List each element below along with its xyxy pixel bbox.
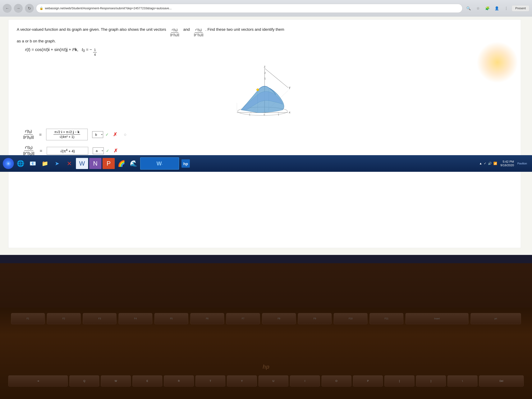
browser-actions: 🔍 ☆ 🧩 👤 ⋮ Present bbox=[465, 4, 529, 12]
main-keys-row: ⇥ Q W E R T Y U I O P [ ] \ Del bbox=[8, 374, 524, 388]
keyboard-area: F1 F2 F3 F4 F5 F6 F7 F8 F9 F10 F11 Inser… bbox=[0, 308, 532, 399]
problem-outro: . Find these two unit vectors and identi… bbox=[205, 27, 284, 32]
taskbar-chrome[interactable]: 🌈 bbox=[116, 158, 127, 169]
star-icon-btn[interactable]: ☆ bbox=[474, 4, 482, 12]
answer1-dropdown-row: b a ✓ bbox=[92, 131, 109, 138]
taskbar-explorer[interactable]: 📁 bbox=[39, 158, 51, 169]
fraction1-top: r′(t0) bbox=[171, 28, 178, 33]
answer1-label: r′(t0) ||r′(t0)|| bbox=[22, 129, 35, 140]
t0-fraction: 1 4 bbox=[93, 48, 97, 57]
answer2-check-button[interactable]: ✓ bbox=[106, 149, 109, 153]
key-backslash[interactable]: \ bbox=[448, 375, 477, 386]
answer1-circle: ○ bbox=[124, 132, 127, 137]
key-f2[interactable]: F2 bbox=[47, 313, 81, 324]
key-bracket-l[interactable]: [ bbox=[385, 375, 414, 386]
taskbar-ie[interactable]: 🌐 bbox=[15, 158, 26, 169]
trackpad-hp: hp bbox=[259, 362, 273, 371]
taskbar-ppt[interactable]: P bbox=[102, 158, 115, 169]
extensions-icon-btn[interactable]: 🧩 bbox=[483, 4, 491, 12]
present-button[interactable]: Present bbox=[512, 5, 529, 11]
content-area: A vector-valued function and its graph a… bbox=[0, 17, 532, 255]
fraction1-bot: ||r′(t0)|| bbox=[169, 33, 180, 37]
answer2-dropdown[interactable]: a b bbox=[93, 147, 104, 154]
clock-time: 5:42 PM bbox=[503, 160, 514, 164]
svg-text:x: x bbox=[289, 111, 290, 114]
key-u[interactable]: U bbox=[259, 375, 288, 386]
key-extra[interactable]: prt bbox=[471, 313, 521, 324]
problem-statement: A vector-valued function and its graph a… bbox=[17, 26, 513, 37]
key-o[interactable]: O bbox=[322, 375, 351, 386]
answer2-value: √(π4 + 4) bbox=[60, 148, 75, 153]
key-tab[interactable]: ⇥ bbox=[8, 375, 68, 386]
key-f10[interactable]: F10 bbox=[334, 313, 367, 324]
show-hidden-icon[interactable]: ▲ bbox=[479, 162, 482, 165]
svg-text:2: 2 bbox=[264, 72, 266, 74]
svg-point-16 bbox=[257, 89, 259, 91]
forward-button[interactable]: → bbox=[14, 4, 23, 13]
refresh-button[interactable]: ↻ bbox=[25, 4, 34, 13]
key-insert[interactable]: Insert bbox=[405, 313, 469, 324]
fraction2: r″(t0) ||r″(t0)|| bbox=[193, 28, 204, 37]
svg-text:1: 1 bbox=[264, 77, 266, 80]
taskbar: ⊞ 🌐 📧 📁 ➤ ✕ W N P 🌈 🌊 W. bbox=[0, 155, 532, 172]
taskbar-note[interactable]: N bbox=[89, 158, 101, 169]
answer1-numerator: π√2 i + π√2 j − k bbox=[53, 130, 80, 135]
key-f6[interactable]: F6 bbox=[190, 313, 224, 324]
clock-date: 9/16/2020 bbox=[500, 164, 514, 167]
key-del[interactable]: Del bbox=[479, 375, 524, 386]
key-e[interactable]: E bbox=[133, 375, 162, 386]
answer1-dropdown[interactable]: b a bbox=[92, 131, 103, 138]
key-f1[interactable]: F1 bbox=[11, 313, 45, 324]
key-w[interactable]: W bbox=[101, 375, 131, 386]
address-bar[interactable]: 🔒 webassign.net/web/Student/Assignment-R… bbox=[36, 4, 462, 13]
answer1-wrong-mark: ✗ bbox=[113, 132, 117, 137]
profile-icon-btn[interactable]: 👤 bbox=[493, 4, 501, 12]
settings-icon-btn[interactable]: ⋮ bbox=[502, 4, 510, 12]
key-q[interactable]: Q bbox=[70, 375, 99, 386]
key-t[interactable]: T bbox=[196, 375, 225, 386]
taskbar-word[interactable]: W bbox=[76, 158, 88, 169]
taskbar-arrow[interactable]: ➤ bbox=[51, 158, 63, 169]
key-f3[interactable]: F3 bbox=[83, 313, 116, 324]
key-y[interactable]: Y bbox=[227, 375, 257, 386]
search-icon-btn[interactable]: 🔍 bbox=[465, 4, 472, 12]
answer1-check-button[interactable]: ✓ bbox=[105, 132, 109, 137]
key-f9[interactable]: F9 bbox=[298, 313, 332, 324]
back-button[interactable]: ← bbox=[3, 4, 12, 13]
graph-container: y x z 2 1 bbox=[17, 60, 513, 124]
volume-icon[interactable]: 🔊 bbox=[488, 162, 492, 165]
antivirus-icon[interactable]: ✓ bbox=[484, 162, 486, 165]
answer1-label-top: r′(t0) bbox=[24, 129, 33, 135]
graph-svg: y x z 2 1 bbox=[230, 60, 299, 124]
taskbar-webassign-active[interactable]: W. bbox=[140, 157, 179, 170]
svg-text:1: 1 bbox=[278, 114, 279, 116]
equals1: = bbox=[39, 132, 42, 137]
t0-frac-top: 1 bbox=[93, 48, 97, 52]
system-tray: ▲ ✓ 🔊 📶 bbox=[477, 162, 499, 165]
key-f4[interactable]: F4 bbox=[119, 313, 152, 324]
equals2: = bbox=[40, 148, 42, 153]
network-icon[interactable]: 📶 bbox=[493, 162, 497, 165]
svg-text:z: z bbox=[264, 65, 266, 68]
answer-row-1: r′(t0) ||r′(t0)|| = π√2 i + π√2 j − k √(… bbox=[22, 129, 513, 140]
key-f8[interactable]: F8 bbox=[262, 313, 296, 324]
key-f7[interactable]: F7 bbox=[226, 313, 260, 324]
fraction1: r′(t0) ||r′(t0)|| bbox=[169, 28, 180, 37]
key-f11[interactable]: F11 bbox=[370, 313, 403, 324]
taskbar-outlook[interactable]: 📧 bbox=[27, 158, 38, 169]
lock-icon: 🔒 bbox=[39, 6, 43, 10]
key-p[interactable]: P bbox=[353, 375, 383, 386]
taskbar-hp[interactable]: hp bbox=[180, 158, 191, 169]
answer-row-2: r″(t0) ||r″(t0)|| = √(π4 + 4) a b ✓ bbox=[22, 145, 513, 156]
taskbar-x[interactable]: ✕ bbox=[64, 158, 75, 169]
answer1-denominator: √(4π² + 1) bbox=[59, 135, 75, 139]
taskbar-edge[interactable]: 🌊 bbox=[128, 158, 139, 169]
key-i[interactable]: I bbox=[290, 375, 320, 386]
start-button[interactable]: ⊞ bbox=[3, 158, 14, 169]
answer2-label: r″(t0) ||r″(t0)|| bbox=[22, 145, 35, 156]
key-r[interactable]: R bbox=[164, 375, 194, 386]
key-f5[interactable]: F5 bbox=[154, 313, 188, 324]
key-bracket-r[interactable]: ] bbox=[416, 375, 446, 386]
problem-line2: as a or b on the graph. bbox=[17, 39, 513, 43]
answer1-box: π√2 i + π√2 j − k √(4π² + 1) bbox=[46, 129, 88, 140]
